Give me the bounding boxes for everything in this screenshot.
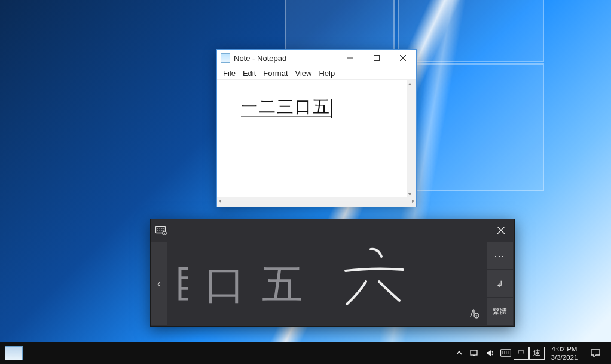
app-thumbnail-icon [5, 346, 23, 360]
taskbar-app-button[interactable] [1, 342, 26, 364]
notepad-icon [221, 53, 230, 63]
clock-time: 4:02 PM [552, 345, 578, 353]
menu-edit[interactable]: Edit [239, 68, 259, 79]
horizontal-scrollbar[interactable]: ◂▸ [217, 197, 416, 207]
window-title: Note - Notepad [234, 54, 286, 63]
network-icon[interactable] [467, 342, 482, 364]
ime-language-label: 中 [514, 347, 529, 360]
menu-view[interactable]: View [292, 68, 316, 79]
notepad-window: Note - Notepad File Edit Format View Hel… [216, 49, 417, 207]
svg-rect-14 [473, 355, 475, 356]
keyboard-settings-icon[interactable] [155, 226, 167, 235]
close-button[interactable] [390, 50, 416, 66]
ime-mode-button[interactable]: 繁體 [487, 298, 513, 325]
taskbar-clock[interactable]: 4:02 PM 3/3/2021 [545, 345, 584, 362]
title-left: Note - Notepad [221, 53, 286, 63]
menu-format[interactable]: Format [259, 68, 291, 79]
touch-keyboard-icon[interactable] [498, 342, 514, 364]
ime-right-toolbar: ⋯ ↲ 繁體 [487, 242, 513, 325]
taskbar: 中 速 4:02 PM 3/3/2021 [0, 342, 611, 364]
window-buttons [337, 50, 416, 66]
clock-date: 3/3/2021 [551, 353, 578, 362]
ime-titlebar[interactable] [151, 219, 514, 242]
tray-overflow-button[interactable] [451, 342, 467, 364]
hw-char: 巨 [175, 264, 188, 304]
menu-help[interactable]: Help [315, 68, 338, 79]
ime-more-button[interactable]: ⋯ [487, 242, 513, 269]
svg-rect-1 [374, 56, 380, 61]
ime-mode-indicator[interactable]: 速 [529, 342, 545, 364]
wallpaper-pane [398, 63, 544, 191]
handwriting-strokes [342, 244, 408, 315]
hw-char: 五 [262, 264, 303, 304]
ime-body: ‹ 巨 口 五 六 ? ⋯ ↲ 繁體 [151, 242, 514, 326]
ime-scroll-left[interactable]: ‹ [151, 242, 167, 325]
svg-point-8 [164, 233, 165, 234]
minimize-button[interactable] [337, 50, 363, 66]
titlebar[interactable]: Note - Notepad [217, 50, 416, 66]
editor-area: 一二三口五 [217, 80, 416, 197]
text-caret [331, 99, 332, 118]
ime-mode-label: 速 [529, 347, 545, 360]
taskbar-left [0, 342, 26, 364]
handwriting-canvas[interactable]: 巨 口 五 六 ? [169, 242, 485, 325]
svg-rect-15 [501, 350, 511, 356]
system-tray: 中 速 4:02 PM 3/3/2021 [451, 342, 611, 364]
ime-language-indicator[interactable]: 中 [514, 342, 529, 364]
ime-enter-button[interactable]: ↲ [487, 270, 513, 297]
ime-help-icon[interactable]: ? [469, 308, 479, 320]
hw-char: 口 [204, 264, 245, 304]
svg-rect-13 [471, 350, 477, 355]
vertical-scrollbar[interactable] [407, 80, 416, 197]
text-editor[interactable]: 一二三口五 [217, 80, 407, 197]
menu-file[interactable]: File [219, 68, 239, 79]
maximize-button[interactable] [363, 50, 390, 66]
ime-close-button[interactable] [493, 227, 509, 235]
volume-icon[interactable] [482, 342, 498, 364]
wallpaper-pane [398, 0, 544, 62]
ime-handwriting-panel: ‹ 巨 口 五 六 ? ⋯ ↲ 繁體 [150, 219, 515, 327]
menu-bar: File Edit Format View Help [217, 66, 416, 80]
action-center-button[interactable] [584, 349, 607, 357]
editor-content: 一二三口五 [241, 97, 331, 117]
